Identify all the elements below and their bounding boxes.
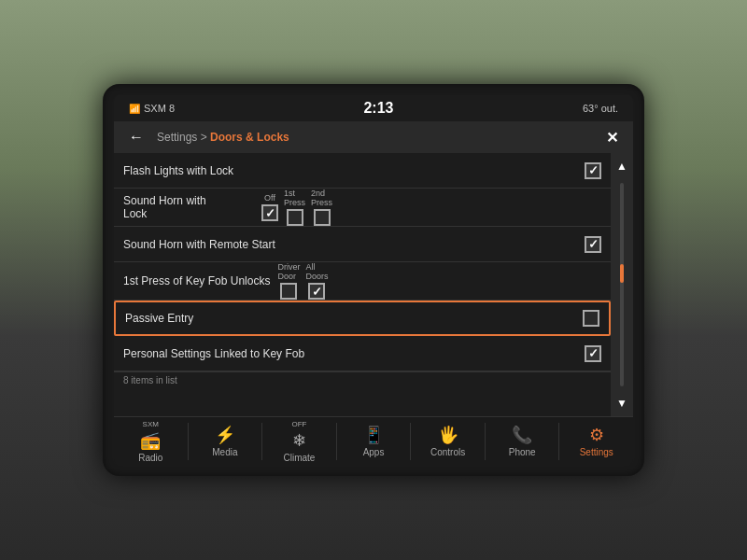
nav-label-controls: Controls	[430, 447, 465, 457]
setting-controls-sound-horn: Off 1stPress 2ndPress	[261, 189, 601, 226]
signal-icon: 📶	[129, 104, 140, 114]
breadcrumb: Settings > Doors & Locks	[157, 131, 593, 144]
time-display: 2:13	[363, 100, 393, 117]
nav-label-radio: Radio	[138, 453, 162, 463]
checkbox-wrap-driver-door: DriverDoor	[277, 262, 300, 300]
checkbox-label-all-doors: AllDoors	[305, 262, 328, 281]
setting-label-personal-settings: Personal Settings Linked to Key Fob	[123, 347, 304, 360]
setting-label-key-fob: 1st Press of Key Fob Unlocks	[123, 274, 270, 287]
radio-icon: 📻	[140, 430, 161, 451]
nav-label-media: Media	[212, 447, 237, 457]
checkbox-wrap-1st: 1stPress	[284, 189, 305, 226]
nav-label-climate: Climate	[283, 453, 315, 463]
temp-display: 63° out.	[583, 103, 618, 114]
nav-label-settings: Settings	[580, 447, 613, 457]
nav-label-apps: Apps	[363, 447, 385, 457]
nav-item-controls[interactable]: 🖐 Controls	[411, 417, 485, 465]
setting-row-passive-entry: Passive Entry	[114, 301, 611, 336]
setting-row-personal-settings: Personal Settings Linked to Key Fob	[114, 336, 611, 371]
checkbox-wrap-all-doors: AllDoors	[305, 262, 328, 300]
nav-sub-climate: OFF	[291, 420, 306, 428]
scroll-thumb[interactable]	[620, 264, 624, 283]
setting-row-flash-lights: Flash Lights with Lock	[114, 153, 611, 189]
checkbox-wrap-off: Off	[261, 193, 278, 221]
radio-label: SXM 8	[144, 103, 175, 114]
bezel: 📶 SXM 8 2:13 63° out. ← Settings > Doors…	[103, 84, 644, 476]
checkbox-label-driver: DriverDoor	[277, 262, 300, 281]
nav-item-media[interactable]: ⚡ Media	[189, 417, 262, 465]
setting-label-sound-horn: Sound Horn withLock	[123, 194, 254, 220]
checkbox-driver-door[interactable]	[280, 283, 297, 300]
nav-sub-radio: SXM	[143, 420, 159, 428]
nav-item-climate[interactable]: OFF ❄ Climate	[262, 417, 336, 465]
media-icon: ⚡	[215, 425, 235, 445]
setting-row-key-fob: 1st Press of Key Fob Unlocks DriverDoor …	[114, 262, 611, 301]
scrollbar: ▲ ▼	[611, 153, 633, 416]
nav-item-settings[interactable]: ⚙ Settings	[559, 417, 633, 465]
checkbox-1st[interactable]	[287, 209, 303, 226]
checkbox-label-1st: 1stPress	[284, 189, 305, 207]
setting-label-flash-lights: Flash Lights with Lock	[123, 164, 254, 177]
back-button[interactable]: ←	[123, 127, 149, 147]
scroll-up-button[interactable]: ▲	[613, 157, 631, 175]
setting-controls-key-fob: DriverDoor AllDoors	[277, 262, 601, 300]
bottom-nav: SXM 📻 Radio ⚡ Media OFF ❄ Climate	[114, 416, 633, 465]
settings-list: Flash Lights with Lock Sound Horn withLo…	[114, 153, 611, 416]
close-button[interactable]: ✕	[600, 127, 624, 148]
setting-label-passive-entry: Passive Entry	[125, 312, 256, 325]
radio-info: 📶 SXM 8	[129, 103, 175, 114]
checkbox-all-doors[interactable]	[308, 283, 325, 300]
nav-item-apps[interactable]: 📱 Apps	[337, 417, 411, 465]
nav-label-phone: Phone	[509, 447, 536, 457]
checkbox-wrap-2nd: 2ndPress	[311, 189, 332, 226]
setting-controls-passive-entry	[263, 310, 599, 327]
checkbox-passive-entry[interactable]	[583, 310, 599, 327]
setting-label-remote-start: Sound Horn with Remote Start	[123, 238, 275, 251]
setting-row-sound-horn: Sound Horn withLock Off 1stPress	[114, 189, 611, 227]
climate-icon: ❄	[292, 430, 306, 451]
phone-icon: 📞	[512, 425, 532, 445]
checkbox-flash-lights[interactable]	[585, 162, 601, 179]
nav-bar: ← Settings > Doors & Locks ✕	[114, 121, 633, 153]
breadcrumb-current: Doors & Locks	[210, 131, 289, 144]
apps-icon: 📱	[363, 425, 384, 445]
checkbox-remote-start[interactable]	[585, 236, 601, 253]
controls-icon: 🖐	[438, 425, 458, 445]
setting-controls-remote-start	[283, 236, 601, 253]
scroll-track	[620, 183, 624, 386]
status-bar: 📶 SXM 8 2:13 63° out.	[114, 95, 633, 121]
checkbox-label-2nd: 2ndPress	[311, 189, 332, 207]
settings-icon: ⚙	[589, 425, 604, 445]
checkbox-label-off: Off	[264, 193, 275, 203]
car-surround: 📶 SXM 8 2:13 63° out. ← Settings > Doors…	[0, 0, 747, 560]
checkbox-2nd[interactable]	[314, 209, 331, 226]
scroll-down-button[interactable]: ▼	[613, 394, 631, 413]
nav-item-radio[interactable]: SXM 📻 Radio	[114, 417, 188, 465]
setting-row-remote-start: Sound Horn with Remote Start	[114, 227, 611, 262]
items-count: 8 items in list	[114, 371, 611, 388]
setting-controls-personal-settings	[312, 345, 601, 362]
nav-item-phone[interactable]: 📞 Phone	[486, 417, 559, 465]
screen: 📶 SXM 8 2:13 63° out. ← Settings > Doors…	[114, 95, 633, 465]
checkbox-personal-settings[interactable]	[585, 345, 601, 362]
setting-controls-flash-lights	[261, 162, 601, 179]
breadcrumb-base: Settings >	[157, 131, 210, 144]
content-area: Flash Lights with Lock Sound Horn withLo…	[114, 153, 633, 416]
checkbox-off[interactable]	[261, 204, 278, 221]
